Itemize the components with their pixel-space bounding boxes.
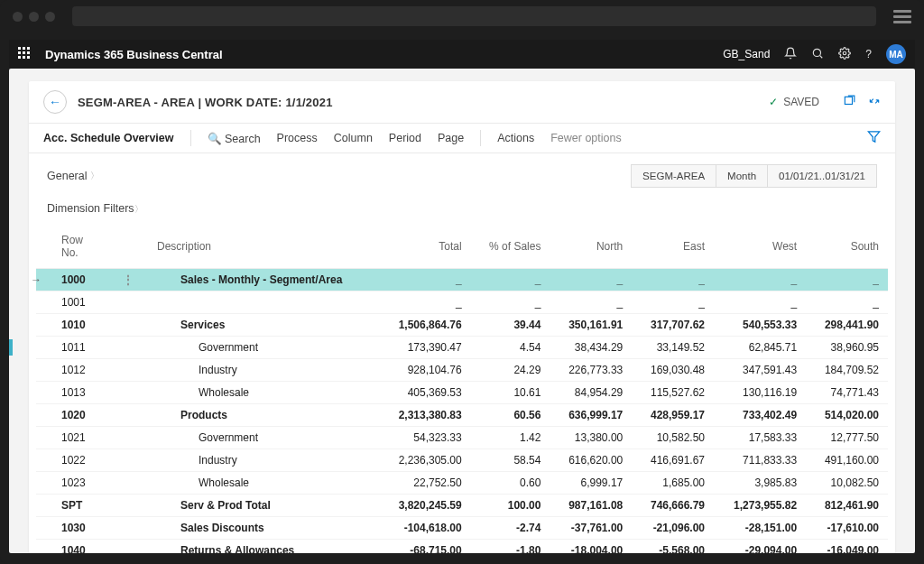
cell-menu	[108, 495, 148, 517]
content-card: ← SEGM-AREA - AREA | WORK DATE: 1/1/2021…	[29, 81, 895, 553]
browser-menu-icon[interactable]	[893, 10, 911, 23]
cell-north: 350,161.91	[550, 314, 632, 337]
cell-north: _	[550, 269, 632, 291]
filter-icon[interactable]	[867, 130, 881, 146]
col-rowno[interactable]: Row No.	[36, 225, 108, 269]
cell-menu	[108, 314, 148, 337]
cell-west: -29,094.00	[714, 540, 806, 554]
cell-west: _	[714, 291, 806, 314]
table-row[interactable]: 1040Returns & Allowances-68,715.00-1.80-…	[36, 540, 888, 554]
table-header-row: Row No. Description Total % of Sales Nor…	[36, 225, 888, 269]
cell-west: 733,402.49	[714, 404, 806, 427]
url-bar[interactable]	[72, 6, 876, 26]
fewer-options[interactable]: Fewer options	[550, 132, 622, 144]
help-icon[interactable]: ?	[865, 48, 872, 60]
collapse-icon[interactable]	[868, 95, 881, 110]
table-row[interactable]: 1030Sales Discounts-104,618.00-2.74-37,7…	[36, 517, 888, 540]
cell-pct: -1.80	[471, 540, 550, 554]
col-pct[interactable]: % of Sales	[471, 225, 550, 269]
actions-menu[interactable]: Actions	[497, 132, 534, 144]
process-action[interactable]: Process	[277, 132, 318, 144]
pill-dates[interactable]: 01/01/21..01/31/21	[767, 165, 876, 187]
divider	[190, 130, 191, 146]
col-east[interactable]: East	[632, 225, 714, 269]
cell-rowno: 1022	[36, 449, 108, 472]
cell-pct: 4.54	[471, 337, 550, 359]
svg-line-1	[820, 55, 823, 58]
cell-west: 130,116.19	[714, 382, 806, 404]
browser-chrome	[0, 0, 924, 32]
cell-menu	[108, 337, 148, 359]
cell-desc: Services	[148, 314, 379, 337]
table-row[interactable]: 1010Services1,506,864.7639.44350,161.913…	[36, 314, 888, 337]
cell-pct: 60.56	[471, 404, 550, 427]
cell-rowno: 1040	[36, 540, 108, 554]
save-status: ✓ SAVED	[769, 96, 819, 108]
pill-period[interactable]: Month	[716, 165, 767, 187]
cell-south: 514,020.00	[806, 404, 888, 427]
cell-east: 1,685.00	[632, 472, 714, 495]
search-action[interactable]: 🔍 Search	[208, 132, 261, 145]
cell-pct: 1.42	[471, 427, 550, 449]
notifications-icon[interactable]	[784, 47, 797, 62]
search-icon[interactable]	[811, 47, 824, 62]
table-row[interactable]: SPTServ & Prod Total3,820,245.59100.0098…	[36, 495, 888, 517]
dimension-toggle[interactable]: Dimension Filters〉	[47, 202, 143, 215]
table-row[interactable]: 1011Government173,390.474.5438,434.2933,…	[36, 337, 888, 359]
page-header: ← SEGM-AREA - AREA | WORK DATE: 1/1/2021…	[29, 81, 895, 123]
col-total[interactable]: Total	[379, 225, 471, 269]
tab-overview[interactable]: Acc. Schedule Overview	[43, 132, 174, 144]
cell-south: 74,771.43	[806, 382, 888, 404]
cell-north: 987,161.08	[550, 495, 632, 517]
pill-schedule[interactable]: SEGM-AREA	[632, 165, 716, 187]
col-south[interactable]: South	[806, 225, 888, 269]
cell-pct: 39.44	[471, 314, 550, 337]
page-action[interactable]: Page	[438, 132, 464, 144]
table-row[interactable]: 1021Government54,323.331.4213,380.0010,5…	[36, 427, 888, 449]
user-avatar[interactable]: MA	[886, 44, 906, 64]
cell-total: 54,323.33	[379, 427, 471, 449]
cell-menu	[108, 517, 148, 540]
cell-pct: 100.00	[471, 495, 550, 517]
popout-icon[interactable]	[843, 95, 855, 110]
table-row[interactable]: 1001______	[36, 291, 888, 314]
cell-east: 33,149.52	[632, 337, 714, 359]
left-selection-marker	[9, 339, 13, 356]
app-launcher-icon[interactable]	[18, 47, 32, 61]
cell-north: 13,380.00	[550, 427, 632, 449]
cell-west: 347,591.43	[714, 359, 806, 382]
grid[interactable]: Row No. Description Total % of Sales Nor…	[29, 225, 895, 553]
app-title: Dynamics 365 Business Central	[45, 48, 223, 61]
cell-total: 2,313,380.83	[379, 404, 471, 427]
back-button[interactable]: ←	[43, 90, 67, 114]
cell-menu	[108, 291, 148, 314]
table-row[interactable]: 1023Wholesale22,752.500.606,999.171,685.…	[36, 472, 888, 495]
settings-icon[interactable]	[838, 47, 851, 62]
cell-desc: Government	[148, 427, 379, 449]
environment-label[interactable]: GB_Sand	[723, 48, 770, 60]
table-row[interactable]: 1013Wholesale405,369.5310.6184,954.29115…	[36, 382, 888, 404]
cell-east: 169,030.48	[632, 359, 714, 382]
cell-rowno: 1023	[36, 472, 108, 495]
period-action[interactable]: Period	[389, 132, 421, 144]
cell-south: _	[806, 269, 888, 291]
schedule-table: Row No. Description Total % of Sales Nor…	[36, 225, 888, 553]
cell-pct: -2.74	[471, 517, 550, 540]
column-action[interactable]: Column	[334, 132, 373, 144]
table-row[interactable]: 1012Industry928,104.7624.29226,773.33169…	[36, 359, 888, 382]
col-desc[interactable]: Description	[148, 225, 379, 269]
table-row[interactable]: →1000⋮Sales - Monthly - Segment/Area____…	[36, 269, 888, 291]
row-menu-icon[interactable]: ⋮	[117, 273, 139, 286]
cell-menu	[108, 449, 148, 472]
col-west[interactable]: West	[714, 225, 806, 269]
cell-rowno: 1010	[36, 314, 108, 337]
cell-total: _	[379, 269, 471, 291]
cell-total: -104,618.00	[379, 517, 471, 540]
table-row[interactable]: 1020Products2,313,380.8360.56636,999.174…	[36, 404, 888, 427]
table-row[interactable]: 1022Industry2,236,305.0058.54616,620.004…	[36, 449, 888, 472]
general-toggle[interactable]: General〉	[47, 170, 99, 182]
cell-north: -37,761.00	[550, 517, 632, 540]
cell-west: 711,833.33	[714, 449, 806, 472]
cell-menu	[108, 427, 148, 449]
col-north[interactable]: North	[550, 225, 632, 269]
